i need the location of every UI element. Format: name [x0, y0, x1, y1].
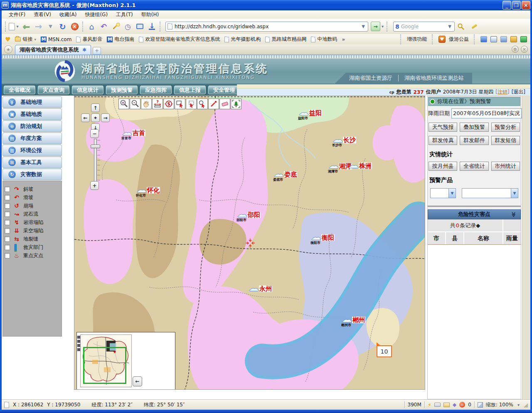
- zoom-out-button[interactable]: −: [90, 129, 99, 138]
- zoom-level[interactable]: 缩放: 100%: [486, 401, 513, 408]
- search-engine-dropdown-icon[interactable]: ▼: [447, 24, 453, 29]
- warning-analysis-button[interactable]: 预警分析: [491, 123, 520, 132]
- city-marker-jishou[interactable]: ☁☁吉首市吉首: [122, 130, 145, 136]
- window-panel-icon[interactable]: [490, 36, 497, 42]
- page-resize-icon[interactable]: [478, 402, 483, 408]
- sidebar-item-disaster-data[interactable]: ↻灾害数据: [2, 169, 62, 180]
- crayon-icon[interactable]: [510, 36, 517, 42]
- measure-distance-tool[interactable]: ?: [152, 98, 163, 109]
- bookmark-storm[interactable]: 暴风影音: [76, 36, 102, 43]
- printer-icon[interactable]: [434, 403, 441, 407]
- search-box[interactable]: 8 Google ▼: [393, 22, 455, 32]
- nav-tab-report[interactable]: 信息上报: [174, 86, 206, 94]
- full-extent-tool[interactable]: [231, 98, 241, 109]
- exit-link[interactable]: [退出]: [512, 88, 525, 96]
- link-monitor-station[interactable]: 湖南省地质环境监测总站: [404, 74, 464, 82]
- city-marker-changsha[interactable]: ☁☁长沙市长沙: [333, 137, 356, 143]
- messenger-icon[interactable]: [480, 36, 487, 42]
- nav-tab-query[interactable]: 灾点查询: [38, 86, 69, 94]
- address-input[interactable]: http://dzzh.hndh.gov.cn/gridweb.aspx: [172, 24, 360, 30]
- sidebar-item-environment-bulletin[interactable]: ▥环境公报: [2, 145, 62, 156]
- menu-tools[interactable]: 工具(T): [112, 10, 137, 19]
- layer-checkbox[interactable]: [5, 228, 10, 234]
- tab-list-star-button[interactable]: ★: [4, 45, 12, 54]
- city-marker-yongzhou[interactable]: ☁☁永州: [249, 285, 272, 292]
- city-marker-yiyang[interactable]: ☁☁益阳市益阳: [299, 110, 322, 116]
- plugin-cube-icon[interactable]: [520, 36, 527, 42]
- layer-checkbox[interactable]: [5, 211, 10, 217]
- sidebar-item-annual-plan[interactable]: ▤年度方案: [2, 133, 62, 144]
- minimize-button[interactable]: _: [502, 1, 511, 10]
- zoom-dropdown-icon[interactable]: ▾: [516, 403, 521, 407]
- chevron-down-icon[interactable]: ▼: [511, 189, 518, 198]
- bookmark-zhongdi[interactable]: 中地数码: [311, 36, 337, 43]
- tab-close-icon[interactable]: ✱: [82, 47, 86, 53]
- search-button[interactable]: [455, 20, 467, 32]
- history-button[interactable]: ◷: [122, 20, 134, 32]
- city-marker-shaoyang[interactable]: ☁☁邵阳市邵阳: [237, 211, 261, 218]
- zoom-out-tool[interactable]: -: [130, 98, 140, 109]
- bookmark-hunan-system[interactable]: 欢迎登陆湖南省地质灾害信息系统: [139, 36, 220, 43]
- viewport-rectangle[interactable]: [83, 347, 126, 384]
- download-button[interactable]: ↓: [146, 20, 158, 32]
- boost-lightning-icon[interactable]: ⚡: [428, 402, 431, 408]
- pan-up-button[interactable]: ↑: [91, 103, 100, 112]
- layer-checkbox[interactable]: [5, 245, 10, 250]
- zoom-box-tool[interactable]: [175, 98, 185, 109]
- link-land-resources[interactable]: 湖南省国土资源厅: [349, 74, 392, 82]
- city-stats-button[interactable]: 市州统计: [491, 162, 520, 171]
- nav-tab-statistics[interactable]: 信息统计: [72, 86, 103, 94]
- popup-blocker-icon[interactable]: −: [459, 402, 465, 408]
- bookmark-msn[interactable]: MMSN.com: [41, 37, 71, 42]
- city-marker-hengyang[interactable]: ☁☁衡阳市衡阳: [311, 234, 335, 241]
- history-dropdown-button[interactable]: ▼: [44, 20, 57, 32]
- sidebar-item-basic-geology[interactable]: ▣基础地质: [2, 108, 62, 120]
- refresh-button[interactable]: ↻: [57, 20, 69, 32]
- logout-link[interactable]: [注销]: [495, 88, 509, 96]
- sidebar-item-prevention-plan[interactable]: ⊕防治规划: [2, 120, 62, 132]
- bookmark-radio[interactable]: M电台指南: [107, 36, 134, 43]
- overview-tools[interactable]: [77, 336, 80, 351]
- mass-fax-button[interactable]: 群发传真: [429, 136, 457, 145]
- toolbar-grip[interactable]: [5, 22, 7, 32]
- charity-shield-icon[interactable]: ♥: [438, 36, 446, 43]
- point-mark-tool[interactable]: [208, 98, 219, 109]
- tab-bar-close-button[interactable]: ×: [521, 46, 528, 53]
- product-item-select[interactable]: ▼: [462, 188, 518, 198]
- layer-checkbox[interactable]: [5, 203, 10, 209]
- pan-right-button[interactable]: →: [101, 113, 110, 122]
- favorites-heart-icon[interactable]: ♥: [5, 36, 10, 43]
- charity-menu[interactable]: 傲游公益: [449, 36, 469, 43]
- address-dropdown-icon[interactable]: ▼: [360, 24, 366, 29]
- layer-checkbox[interactable]: [5, 187, 10, 192]
- layer-checkbox[interactable]: [5, 253, 10, 258]
- monthly-county-button[interactable]: 按月州县: [429, 162, 457, 171]
- nav-tab-forecast[interactable]: 预测预警: [106, 86, 138, 94]
- forward-button[interactable]: →: [32, 20, 44, 32]
- bookmark-photo[interactable]: 光年摄影机构: [224, 36, 261, 43]
- mass-sms-button[interactable]: 群发短信: [491, 136, 520, 145]
- zoom-slider-handle[interactable]: [91, 145, 100, 148]
- pan-tool[interactable]: [141, 98, 152, 109]
- address-bar[interactable]: http://dzzh.hndh.gov.cn/gridweb.aspx ▼: [165, 22, 368, 32]
- menu-favorites[interactable]: 收藏(A): [56, 10, 81, 19]
- danger-points-header[interactable]: 危险性灾害点 ≫: [428, 209, 521, 219]
- mass-email-button[interactable]: 群发邮件: [460, 136, 488, 145]
- product-type-select[interactable]: ▼: [430, 188, 456, 198]
- plugin-diamond-icon[interactable]: ◆: [453, 402, 456, 408]
- weather-forecast-button[interactable]: 天气预报: [429, 123, 457, 132]
- undo-button[interactable]: ↶: [98, 20, 110, 32]
- search-input[interactable]: Google: [401, 24, 447, 30]
- notepad-icon[interactable]: [500, 36, 507, 42]
- enhance-menu[interactable]: 增强功能: [407, 36, 427, 43]
- highlight-button[interactable]: [467, 20, 479, 32]
- home-button[interactable]: ⌂: [86, 20, 98, 32]
- back-button[interactable]: ←: [20, 20, 32, 32]
- zoom-in-button[interactable]: +: [90, 181, 99, 190]
- close-button[interactable]: ×: [522, 1, 530, 10]
- province-stats-button[interactable]: 全省统计: [460, 162, 488, 171]
- nav-tab-emergency[interactable]: 应急指挥: [140, 86, 172, 94]
- circle-select-tool[interactable]: [197, 98, 208, 109]
- city-marker-zhuzhou[interactable]: ☁☁株洲: [349, 162, 372, 169]
- city-marker-loudi[interactable]: ☁☁娄底市娄底: [274, 171, 297, 178]
